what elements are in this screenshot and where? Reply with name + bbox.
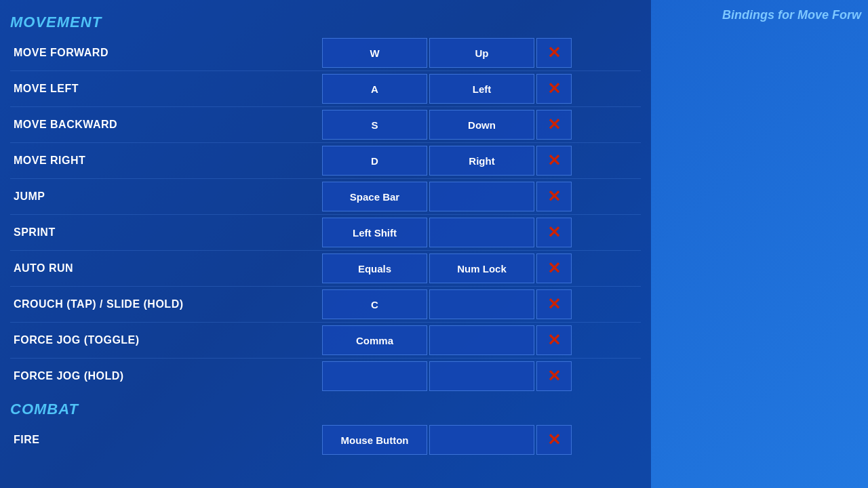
key-bindings-sprint: Left Shift✕ bbox=[322, 218, 572, 247]
row-divider bbox=[10, 142, 641, 143]
keybind-row-move-forward: MOVE FORWARDWUp✕ bbox=[10, 37, 641, 69]
right-panel-title: Bindings for Move Forw bbox=[722, 8, 861, 22]
x-icon-fire: ✕ bbox=[547, 432, 561, 448]
key-bindings-force-jog-toggle: Comma✕ bbox=[322, 325, 572, 355]
key-bindings-jump: Space Bar✕ bbox=[322, 182, 572, 211]
key2-btn-move-left[interactable]: Left bbox=[429, 74, 534, 104]
delete-btn-force-jog-toggle[interactable]: ✕ bbox=[536, 325, 572, 355]
delete-btn-move-left[interactable]: ✕ bbox=[536, 74, 572, 104]
key-bindings-move-backward: SDown✕ bbox=[322, 110, 572, 140]
keybind-row-crouch-slide: CROUCH (TAP) / SLIDE (HOLD)C✕ bbox=[10, 288, 641, 321]
action-label-auto-run: AUTO RUN bbox=[10, 262, 322, 274]
key1-btn-move-right[interactable]: D bbox=[322, 146, 427, 176]
delete-btn-move-backward[interactable]: ✕ bbox=[536, 110, 572, 140]
key1-btn-move-left[interactable]: A bbox=[322, 74, 427, 104]
key-bindings-move-forward: WUp✕ bbox=[322, 38, 572, 68]
key2-btn-auto-run[interactable]: Num Lock bbox=[429, 253, 534, 283]
key2-btn-move-forward[interactable]: Up bbox=[429, 38, 534, 68]
x-icon-jump: ✕ bbox=[547, 188, 561, 205]
action-label-force-jog-hold: FORCE JOG (HOLD) bbox=[10, 370, 322, 382]
key-bindings-fire: Mouse Button✕ bbox=[322, 425, 572, 455]
row-divider bbox=[10, 106, 641, 107]
left-panel: MOVEMENTMOVE FORWARDWUp✕MOVE LEFTALeft✕M… bbox=[0, 0, 651, 488]
x-icon-force-jog-hold: ✕ bbox=[547, 368, 561, 384]
keybind-row-force-jog-hold: FORCE JOG (HOLD)✕ bbox=[10, 360, 641, 392]
key1-btn-force-jog-toggle[interactable]: Comma bbox=[322, 325, 427, 355]
delete-btn-auto-run[interactable]: ✕ bbox=[536, 253, 572, 283]
key1-btn-force-jog-hold[interactable] bbox=[322, 361, 427, 391]
action-label-force-jog-toggle: FORCE JOG (TOGGLE) bbox=[10, 334, 322, 346]
key1-btn-crouch-slide[interactable]: C bbox=[322, 289, 427, 319]
key-bindings-move-left: ALeft✕ bbox=[322, 74, 572, 104]
action-label-crouch-slide: CROUCH (TAP) / SLIDE (HOLD) bbox=[10, 298, 322, 310]
action-label-move-backward: MOVE BACKWARD bbox=[10, 119, 322, 131]
row-divider bbox=[10, 322, 641, 323]
row-divider bbox=[10, 358, 641, 359]
keybind-row-force-jog-toggle: FORCE JOG (TOGGLE)Comma✕ bbox=[10, 324, 641, 357]
key1-btn-move-forward[interactable]: W bbox=[322, 38, 427, 68]
row-divider bbox=[10, 250, 641, 251]
x-icon-move-left: ✕ bbox=[547, 81, 561, 97]
key2-btn-force-jog-toggle[interactable] bbox=[429, 325, 534, 355]
keybind-row-auto-run: AUTO RUNEqualsNum Lock✕ bbox=[10, 252, 641, 285]
action-label-sprint: SPRINT bbox=[10, 226, 322, 239]
x-icon-move-right: ✕ bbox=[547, 152, 561, 169]
key-bindings-crouch-slide: C✕ bbox=[322, 289, 572, 319]
main-container: MOVEMENTMOVE FORWARDWUp✕MOVE LEFTALeft✕M… bbox=[0, 0, 868, 488]
right-panel: Bindings for Move Forw bbox=[651, 0, 868, 488]
row-divider bbox=[10, 178, 641, 179]
key2-btn-force-jog-hold[interactable] bbox=[429, 361, 534, 391]
section-title-movement: MOVEMENT bbox=[10, 7, 641, 37]
x-icon-move-backward: ✕ bbox=[547, 117, 561, 133]
x-icon-move-forward: ✕ bbox=[547, 45, 561, 61]
section-title-combat: COMBAT bbox=[10, 394, 641, 424]
delete-btn-fire[interactable]: ✕ bbox=[536, 425, 572, 455]
action-label-move-right: MOVE RIGHT bbox=[10, 155, 322, 167]
key-bindings-force-jog-hold: ✕ bbox=[322, 361, 572, 391]
key2-btn-move-right[interactable]: Right bbox=[429, 146, 534, 176]
key1-btn-move-backward[interactable]: S bbox=[322, 110, 427, 140]
key1-btn-jump[interactable]: Space Bar bbox=[322, 182, 427, 211]
delete-btn-force-jog-hold[interactable]: ✕ bbox=[536, 361, 572, 391]
key2-btn-sprint[interactable] bbox=[429, 218, 534, 247]
key-bindings-move-right: DRight✕ bbox=[322, 146, 572, 176]
keybind-row-move-right: MOVE RIGHTDRight✕ bbox=[10, 144, 641, 177]
keybind-row-move-left: MOVE LEFTALeft✕ bbox=[10, 73, 641, 105]
action-label-move-forward: MOVE FORWARD bbox=[10, 47, 322, 59]
key1-btn-sprint[interactable]: Left Shift bbox=[322, 218, 427, 247]
delete-btn-sprint[interactable]: ✕ bbox=[536, 218, 572, 247]
delete-btn-crouch-slide[interactable]: ✕ bbox=[536, 289, 572, 319]
x-icon-force-jog-toggle: ✕ bbox=[547, 332, 561, 348]
key2-btn-jump[interactable] bbox=[429, 182, 534, 211]
key-bindings-auto-run: EqualsNum Lock✕ bbox=[322, 253, 572, 283]
delete-btn-move-right[interactable]: ✕ bbox=[536, 146, 572, 176]
delete-btn-move-forward[interactable]: ✕ bbox=[536, 38, 572, 68]
key1-btn-fire[interactable]: Mouse Button bbox=[322, 425, 427, 455]
x-icon-auto-run: ✕ bbox=[547, 260, 561, 277]
row-divider bbox=[10, 286, 641, 287]
key2-btn-crouch-slide[interactable] bbox=[429, 289, 534, 319]
keybind-row-jump: JUMPSpace Bar✕ bbox=[10, 180, 641, 213]
action-label-move-left: MOVE LEFT bbox=[10, 83, 322, 95]
row-divider bbox=[10, 214, 641, 215]
x-icon-sprint: ✕ bbox=[547, 224, 561, 241]
action-label-jump: JUMP bbox=[10, 190, 322, 203]
keybind-row-move-backward: MOVE BACKWARDSDown✕ bbox=[10, 108, 641, 141]
keybind-row-sprint: SPRINTLeft Shift✕ bbox=[10, 216, 641, 249]
key2-btn-move-backward[interactable]: Down bbox=[429, 110, 534, 140]
x-icon-crouch-slide: ✕ bbox=[547, 296, 561, 312]
delete-btn-jump[interactable]: ✕ bbox=[536, 182, 572, 211]
key1-btn-auto-run[interactable]: Equals bbox=[322, 253, 427, 283]
key2-btn-fire[interactable] bbox=[429, 425, 534, 455]
keybind-row-fire: FIREMouse Button✕ bbox=[10, 424, 641, 456]
action-label-fire: FIRE bbox=[10, 434, 322, 446]
row-divider bbox=[10, 70, 641, 71]
